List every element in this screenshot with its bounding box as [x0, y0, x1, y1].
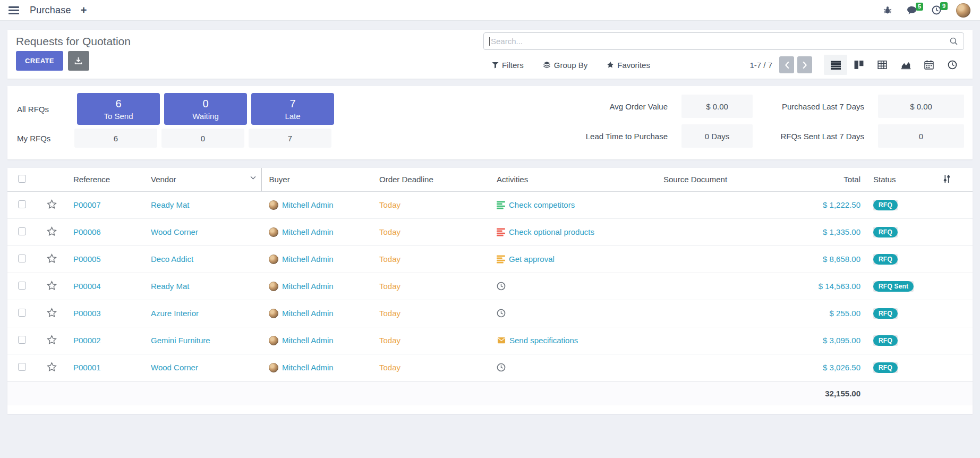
select-all-checkbox[interactable]	[18, 175, 26, 183]
group-by-button[interactable]: Group By	[543, 61, 587, 70]
filters-button[interactable]: Filters	[492, 61, 524, 70]
kpi-to-send-button[interactable]: 6 To Send	[77, 93, 160, 125]
total-amount[interactable]: $ 3,026.50	[775, 354, 869, 381]
kpi-waiting-button[interactable]: 0 Waiting	[164, 93, 247, 125]
order-deadline[interactable]: Today	[379, 336, 400, 345]
order-deadline[interactable]: Today	[379, 309, 400, 318]
buyer-link[interactable]: Mitchell Admin	[282, 227, 334, 236]
favorite-star-icon[interactable]	[47, 335, 57, 345]
order-deadline[interactable]: Today	[379, 282, 400, 291]
vendor-link[interactable]: Gemini Furniture	[151, 336, 210, 345]
table-row[interactable]: P00002 Gemini Furniture Mitchell Admin T…	[7, 327, 973, 354]
favorite-star-icon[interactable]	[47, 199, 57, 209]
vendor-link[interactable]: Ready Mat	[151, 282, 190, 291]
reference-link[interactable]: P00006	[73, 227, 101, 236]
column-header-buyer[interactable]: Buyer	[261, 168, 379, 191]
buyer-link[interactable]: Mitchell Admin	[282, 309, 334, 318]
row-checkbox[interactable]	[18, 336, 26, 344]
favorite-star-icon[interactable]	[47, 226, 57, 236]
debug-bug-icon[interactable]	[883, 6, 892, 14]
column-header-reference[interactable]: Reference	[73, 168, 151, 191]
order-deadline[interactable]: Today	[379, 255, 400, 264]
search-icon[interactable]	[949, 37, 958, 46]
table-row[interactable]: P00006 Wood Corner Mitchell Admin Today …	[7, 218, 973, 245]
user-avatar[interactable]	[956, 3, 970, 18]
total-amount[interactable]: $ 14,563.00	[775, 273, 869, 300]
messages-button[interactable]: 5	[907, 6, 917, 15]
pager-previous-button[interactable]	[779, 56, 794, 73]
app-name[interactable]: Purchase	[30, 5, 71, 16]
column-header-status[interactable]: Status	[869, 168, 942, 191]
table-row[interactable]: P00004 Ready Mat Mitchell Admin Today $ …	[7, 273, 973, 300]
view-switch-activity[interactable]	[941, 55, 964, 75]
buyer-link[interactable]: Mitchell Admin	[282, 363, 334, 372]
activities-button[interactable]: 9	[932, 5, 941, 15]
my-waiting-count[interactable]: 0	[161, 129, 244, 148]
reference-link[interactable]: P00005	[73, 255, 101, 264]
my-late-count[interactable]: 7	[249, 129, 331, 148]
apps-menu-icon[interactable]	[7, 5, 20, 15]
column-header-vendor[interactable]: Vendor	[151, 168, 261, 191]
column-header-activities[interactable]: Activities	[488, 168, 663, 191]
favorite-star-icon[interactable]	[47, 308, 57, 318]
vendor-link[interactable]: Ready Mat	[151, 200, 190, 209]
buyer-link[interactable]: Mitchell Admin	[282, 200, 334, 209]
row-checkbox[interactable]	[18, 227, 26, 235]
view-switch-graph[interactable]	[894, 55, 917, 75]
row-checkbox[interactable]	[18, 200, 26, 208]
reference-link[interactable]: P00007	[73, 200, 101, 209]
favorite-star-icon[interactable]	[47, 253, 57, 264]
reference-link[interactable]: P00004	[73, 282, 101, 291]
new-tab-button[interactable]: +	[81, 5, 87, 15]
activity-button[interactable]	[488, 309, 663, 318]
favorites-button[interactable]: Favorites	[607, 61, 650, 70]
activity-button[interactable]: Check optional products	[488, 227, 663, 236]
row-checkbox[interactable]	[18, 309, 26, 317]
view-switch-calendar[interactable]	[917, 55, 941, 75]
activity-button[interactable]	[488, 282, 663, 291]
activity-button[interactable]: Send specifications	[488, 336, 663, 345]
vendor-link[interactable]: Wood Corner	[151, 363, 198, 372]
activity-button[interactable]	[488, 363, 663, 372]
buyer-link[interactable]: Mitchell Admin	[282, 282, 334, 291]
table-row[interactable]: P00003 Azure Interior Mitchell Admin Tod…	[7, 300, 973, 327]
vendor-link[interactable]: Azure Interior	[151, 309, 199, 318]
total-amount[interactable]: $ 1,335.00	[775, 218, 869, 245]
table-row[interactable]: P00001 Wood Corner Mitchell Admin Today …	[7, 354, 973, 381]
column-header-source-document[interactable]: Source Document	[663, 168, 775, 191]
total-amount[interactable]: $ 3,095.00	[775, 327, 869, 354]
reference-link[interactable]: P00003	[73, 309, 101, 318]
order-deadline[interactable]: Today	[379, 200, 400, 209]
table-row[interactable]: P00005 Deco Addict Mitchell Admin Today …	[7, 245, 973, 273]
order-deadline[interactable]: Today	[379, 227, 400, 236]
optional-columns-button[interactable]	[942, 168, 973, 191]
column-header-order-deadline[interactable]: Order Deadline	[379, 168, 488, 191]
reference-link[interactable]: P00002	[73, 336, 101, 345]
total-amount[interactable]: $ 8,658.00	[775, 245, 869, 273]
activity-button[interactable]: Get approval	[488, 255, 663, 264]
order-deadline[interactable]: Today	[379, 363, 400, 372]
total-amount[interactable]: $ 255.00	[775, 300, 869, 327]
vendor-link[interactable]: Deco Addict	[151, 255, 193, 264]
row-checkbox[interactable]	[18, 282, 26, 290]
buyer-link[interactable]: Mitchell Admin	[282, 255, 334, 264]
column-header-total[interactable]: Total	[775, 168, 869, 191]
activity-button[interactable]: Check competitors	[488, 200, 663, 209]
buyer-link[interactable]: Mitchell Admin	[282, 336, 334, 345]
view-switch-kanban[interactable]	[847, 55, 871, 75]
view-switch-list[interactable]	[824, 55, 847, 75]
favorite-star-icon[interactable]	[47, 362, 57, 372]
kpi-late-button[interactable]: 7 Late	[251, 93, 334, 125]
search-input[interactable]: Search...	[483, 32, 964, 50]
total-amount[interactable]: $ 1,222.50	[775, 191, 869, 218]
table-row[interactable]: P00007 Ready Mat Mitchell Admin Today Ch…	[7, 191, 973, 218]
create-button[interactable]: CREATE	[16, 51, 63, 71]
my-to-send-count[interactable]: 6	[74, 129, 157, 148]
row-checkbox[interactable]	[18, 255, 26, 262]
vendor-link[interactable]: Wood Corner	[151, 227, 198, 236]
view-switch-pivot[interactable]	[871, 55, 894, 75]
pager-next-button[interactable]	[797, 56, 812, 73]
reference-link[interactable]: P00001	[73, 363, 101, 372]
export-button[interactable]	[68, 51, 89, 71]
row-checkbox[interactable]	[18, 363, 26, 371]
